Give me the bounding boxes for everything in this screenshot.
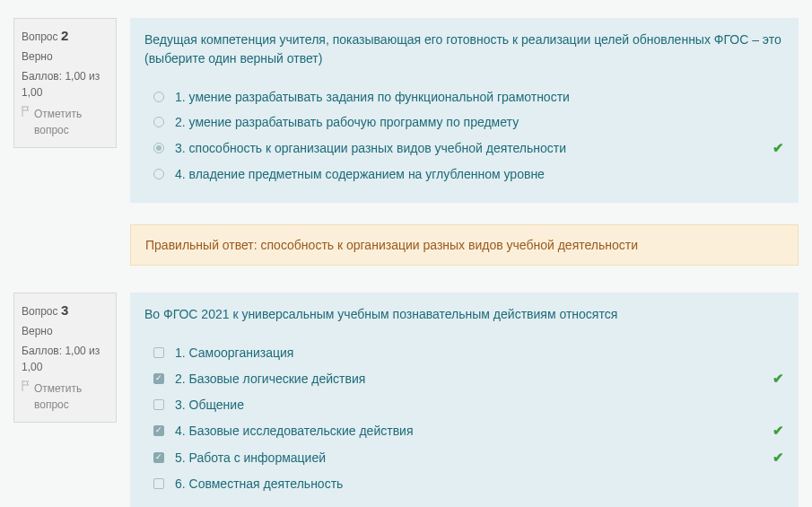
radio-icon xyxy=(153,169,164,179)
question-info-box: Вопрос 2 Верно Баллов: 1,00 из 1,00 Отме… xyxy=(13,18,117,148)
flag-question-link[interactable]: Отметить вопрос xyxy=(22,380,109,413)
option-row[interactable]: 4. Базовые исследовательские действия ✔ xyxy=(144,417,784,444)
option-label: 1. Самоорганизация xyxy=(175,345,293,360)
option-row[interactable]: 6. Совместная деятельность xyxy=(144,471,784,496)
question-number: 2 xyxy=(61,28,68,43)
flag-text: Отметить вопрос xyxy=(34,106,109,138)
option-row[interactable]: 5. Работа с информацией ✔ xyxy=(144,444,784,471)
question-panel: Ведущая компетенция учителя, показывающа… xyxy=(130,18,799,203)
checkbox-icon xyxy=(153,425,164,436)
option-label: 2. умение разрабатывать рабочую программ… xyxy=(175,115,519,129)
question-marks: Баллов: 1,00 из 1,00 xyxy=(22,343,109,375)
option-row[interactable]: 1. Самоорганизация xyxy=(144,340,784,365)
checkbox-icon xyxy=(153,478,164,489)
option-row[interactable]: 2. умение разрабатывать рабочую программ… xyxy=(144,109,784,135)
check-icon: ✔ xyxy=(773,371,784,387)
question-text: Ведущая компетенция учителя, показывающа… xyxy=(144,31,784,68)
question-status: Верно xyxy=(22,323,109,339)
question-label: Вопрос xyxy=(22,31,58,43)
option-label: 5. Работа с информацией xyxy=(175,450,326,465)
option-row[interactable]: 3. способность к организации разных видо… xyxy=(144,135,784,162)
question-marks: Баллов: 1,00 из 1,00 xyxy=(22,68,109,101)
flag-question-link[interactable]: Отметить вопрос xyxy=(22,106,109,138)
feedback-panel: Правильный ответ: способность к организа… xyxy=(130,224,799,266)
flag-icon xyxy=(22,380,31,391)
checkbox-icon xyxy=(153,452,164,463)
check-icon: ✔ xyxy=(773,140,784,156)
question-block: Вопрос 3 Верно Баллов: 1,00 из 1,00 Отме… xyxy=(13,293,799,507)
question-number-line: Вопрос 3 xyxy=(22,301,109,321)
checkbox-icon xyxy=(153,399,164,410)
question-block: Вопрос 2 Верно Баллов: 1,00 из 1,00 Отме… xyxy=(13,18,799,266)
flag-icon xyxy=(22,106,31,117)
question-content: Во ФГОС 2021 к универсальным учебным поз… xyxy=(130,293,799,507)
question-info-box: Вопрос 3 Верно Баллов: 1,00 из 1,00 Отме… xyxy=(13,293,117,423)
question-number: 3 xyxy=(61,302,68,318)
check-icon: ✔ xyxy=(773,423,784,439)
option-label: 6. Совместная деятельность xyxy=(175,476,343,491)
checkbox-icon xyxy=(153,347,164,358)
question-content: Ведущая компетенция учителя, показывающа… xyxy=(130,18,799,266)
check-icon: ✔ xyxy=(773,450,784,466)
option-label: 4. владение предметным содержанием на уг… xyxy=(175,167,545,181)
option-row[interactable]: 2. Базовые логические действия ✔ xyxy=(144,365,784,392)
option-label: 3. способность к организации разных видо… xyxy=(175,141,566,155)
radio-icon xyxy=(153,92,164,102)
question-status: Верно xyxy=(22,48,109,65)
question-text: Во ФГОС 2021 к универсальным учебным поз… xyxy=(144,305,784,324)
radio-icon xyxy=(153,117,164,127)
option-row[interactable]: 1. умение разрабатывать задания по функц… xyxy=(144,84,784,109)
option-label: 4. Базовые исследовательские действия xyxy=(175,424,413,438)
flag-text: Отметить вопрос xyxy=(34,380,109,413)
question-number-line: Вопрос 2 xyxy=(22,26,109,47)
question-panel: Во ФГОС 2021 к универсальным учебным поз… xyxy=(130,293,799,507)
question-label: Вопрос xyxy=(22,305,58,318)
radio-icon xyxy=(153,143,164,153)
option-label: 2. Базовые логические действия xyxy=(175,372,365,386)
option-row[interactable]: 3. Общение xyxy=(144,392,784,417)
option-label: 3. Общение xyxy=(175,398,244,412)
option-label: 1. умение разрабатывать задания по функц… xyxy=(175,90,570,104)
checkbox-icon xyxy=(153,373,164,384)
option-row[interactable]: 4. владение предметным содержанием на уг… xyxy=(144,162,784,187)
